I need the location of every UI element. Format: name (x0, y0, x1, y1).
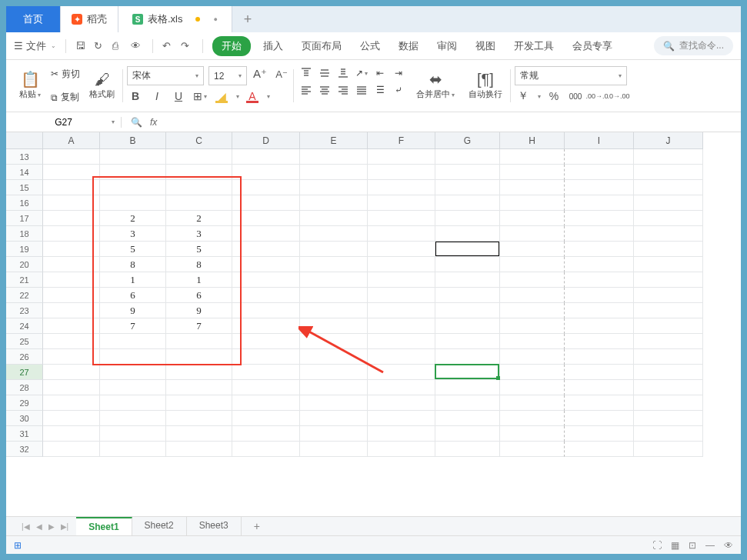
cell-H26[interactable] (500, 349, 565, 365)
cell-G18[interactable] (435, 226, 500, 242)
cell-A31[interactable] (43, 426, 100, 442)
cell-J22[interactable] (634, 288, 703, 303)
row-header-13[interactable]: 13 (6, 149, 43, 165)
row-header-28[interactable]: 28 (6, 380, 43, 395)
row-header-32[interactable]: 32 (6, 442, 43, 457)
cell-F23[interactable] (368, 303, 435, 318)
cell-D21[interactable] (232, 272, 300, 288)
align-right-icon[interactable] (335, 83, 352, 97)
cell-G21[interactable] (435, 272, 500, 288)
currency-button[interactable]: ￥ (515, 88, 532, 104)
row-header-26[interactable]: 26 (6, 349, 43, 365)
decrease-font-icon[interactable]: A⁻ (273, 66, 290, 82)
cell-I24[interactable] (565, 318, 634, 334)
tab-close-icon[interactable]: ● (214, 15, 218, 23)
cell-B32[interactable] (100, 442, 166, 457)
menu-review[interactable]: 审阅 (431, 36, 463, 56)
merge-button[interactable]: ⬌ 合并居中▾ (412, 63, 459, 108)
cell-G17[interactable] (435, 211, 500, 226)
cell-I13[interactable] (565, 149, 634, 165)
cell-J18[interactable] (634, 226, 703, 242)
distribute-icon[interactable]: ☰ (372, 83, 389, 97)
cell-A19[interactable] (43, 242, 100, 257)
row-header-25[interactable]: 25 (6, 334, 43, 349)
wrap-icon[interactable]: ⤶ (390, 83, 407, 97)
cell-H21[interactable] (500, 272, 565, 288)
print-icon[interactable]: ⎙ (112, 40, 125, 52)
col-header-H[interactable]: H (500, 132, 565, 149)
cell-A21[interactable] (43, 272, 100, 288)
cell-C29[interactable] (166, 395, 232, 411)
cell-C30[interactable] (166, 411, 232, 426)
cell-A17[interactable] (43, 211, 100, 226)
cell-E14[interactable] (300, 165, 368, 180)
cell-J25[interactable] (634, 334, 703, 349)
col-header-C[interactable]: C (166, 132, 232, 149)
cell-H22[interactable] (500, 288, 565, 303)
redo-icon[interactable]: ↷ (181, 40, 193, 52)
cell-H17[interactable] (500, 211, 565, 226)
cell-B25[interactable] (100, 334, 166, 349)
cell-B17[interactable]: 2 (100, 211, 166, 226)
cell-H29[interactable] (500, 395, 565, 411)
cell-B28[interactable] (100, 380, 166, 395)
cell-B14[interactable] (100, 165, 166, 180)
cell-I29[interactable] (565, 395, 634, 411)
col-header-B[interactable]: B (100, 132, 166, 149)
col-header-D[interactable]: D (232, 132, 300, 149)
row-header-20[interactable]: 20 (6, 257, 43, 272)
cell-I16[interactable] (565, 195, 634, 211)
cell-J31[interactable] (634, 426, 703, 442)
file-menu[interactable]: ☰ 文件 ⌄ (14, 39, 56, 53)
underline-button[interactable]: U (170, 88, 187, 104)
cell-D30[interactable] (232, 411, 300, 426)
cell-C18[interactable]: 3 (166, 226, 232, 242)
sheet-icon[interactable]: ⊞ (14, 540, 22, 551)
cell-F21[interactable] (368, 272, 435, 288)
cell-E25[interactable] (300, 334, 368, 349)
cell-E20[interactable] (300, 257, 368, 272)
cell-J26[interactable] (634, 349, 703, 365)
cell-G14[interactable] (435, 165, 500, 180)
col-header-I[interactable]: I (565, 132, 634, 149)
cell-J30[interactable] (634, 411, 703, 426)
bold-button[interactable]: B (127, 88, 144, 104)
tab-home[interactable]: 首页 (6, 6, 61, 32)
cell-J29[interactable] (634, 395, 703, 411)
cell-C23[interactable]: 9 (166, 303, 232, 318)
indent-decrease-icon[interactable]: ⇤ (372, 66, 389, 80)
cell-C26[interactable] (166, 349, 232, 365)
cut-button[interactable]: ✂剪切 (51, 68, 80, 81)
expand-icon[interactable]: ⛶ (652, 540, 662, 551)
cell-B23[interactable]: 9 (100, 303, 166, 318)
cell-F26[interactable] (368, 349, 435, 365)
cell-F28[interactable] (368, 380, 435, 395)
col-header-E[interactable]: E (300, 132, 368, 149)
border-button[interactable]: ⊞▾ (192, 88, 208, 104)
cell-A25[interactable] (43, 334, 100, 349)
fx-icon[interactable]: fx (150, 117, 157, 128)
cell-J32[interactable] (634, 442, 703, 457)
zoom-icon[interactable]: 🔍 (131, 117, 142, 128)
row-header-29[interactable]: 29 (6, 395, 43, 411)
copy-button[interactable]: ⧉复制 (51, 91, 80, 104)
cell-H28[interactable] (500, 380, 565, 395)
cell-F20[interactable] (368, 257, 435, 272)
cell-D26[interactable] (232, 349, 300, 365)
row-header-21[interactable]: 21 (6, 272, 43, 288)
cell-B29[interactable] (100, 395, 166, 411)
cell-A24[interactable] (43, 318, 100, 334)
cell-I20[interactable] (565, 257, 634, 272)
formula-input[interactable] (172, 116, 735, 128)
cell-D27[interactable] (232, 365, 300, 380)
cell-H30[interactable] (500, 411, 565, 426)
cell-A30[interactable] (43, 411, 100, 426)
cell-A14[interactable] (43, 165, 100, 180)
cell-F14[interactable] (368, 165, 435, 180)
cell-I30[interactable] (565, 411, 634, 426)
cell-B19[interactable]: 5 (100, 242, 166, 257)
save-icon[interactable]: 🖫 (75, 40, 88, 52)
cell-I19[interactable] (565, 242, 634, 257)
sheet-tab-sheet3[interactable]: Sheet3 (187, 517, 242, 535)
cell-F19[interactable] (368, 242, 435, 257)
